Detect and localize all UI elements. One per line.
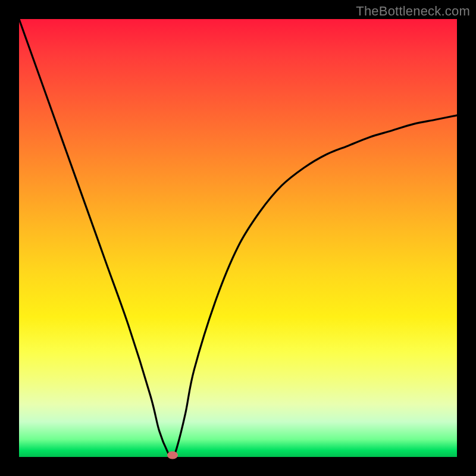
optimum-marker — [167, 452, 178, 459]
bottleneck-curve — [19, 19, 457, 457]
plot-area — [19, 19, 457, 457]
chart-frame: TheBottleneck.com — [0, 0, 476, 476]
curve-path — [19, 19, 457, 457]
watermark-text: TheBottleneck.com — [356, 4, 470, 19]
